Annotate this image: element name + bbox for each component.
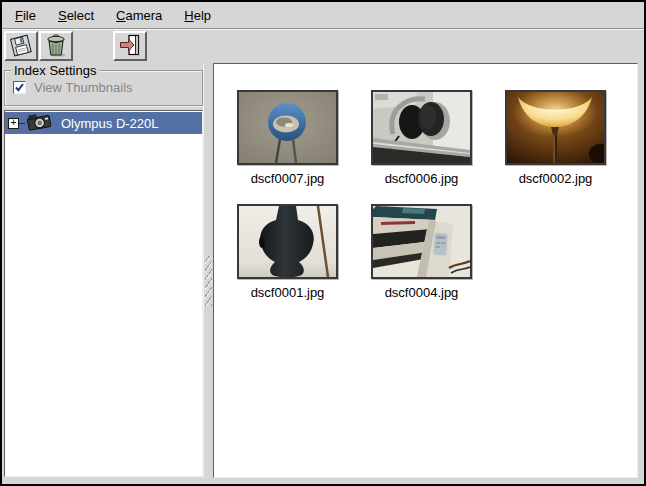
glowing-lamp-photo [505, 90, 606, 165]
thumbnail-item[interactable]: dscf0002.jpg [505, 90, 606, 186]
thumbnail-item[interactable]: dscf0007.jpg [237, 90, 338, 186]
expander-plus-icon[interactable]: + [8, 118, 19, 129]
left-pane: Index Settings View Thumbnails + [4, 63, 203, 478]
trash-icon [43, 32, 69, 61]
thumbnail-filename: dscf0007.jpg [237, 171, 338, 186]
headphones-photo [371, 90, 472, 165]
index-settings-frame: Index Settings View Thumbnails [4, 70, 203, 106]
camera-tree: + Olympus D-220L [4, 110, 203, 477]
thumbnail-filename: dscf0002.jpg [505, 171, 606, 186]
tree-item-label: Olympus D-220L [61, 116, 159, 131]
tree-connector-line [19, 123, 25, 124]
menu-select[interactable]: Select [47, 3, 105, 28]
gtkam-window: File Select Camera Help [0, 0, 646, 486]
menu-help[interactable]: Help [173, 3, 222, 28]
blue-capacitor-photo [237, 90, 338, 165]
floppy-disk-icon [8, 32, 34, 61]
view-thumbnails-checkbox[interactable]: View Thumbnails [13, 80, 202, 95]
save-button[interactable] [4, 31, 38, 61]
menu-file[interactable]: File [4, 3, 47, 28]
thumbnail-item[interactable]: dscf0004.jpg [371, 204, 472, 300]
menu-camera[interactable]: Camera [105, 3, 173, 28]
thumbnail-filename: dscf0006.jpg [371, 171, 472, 186]
thumbnail-panel: dscf0007.jpg [213, 63, 638, 478]
pane-splitter[interactable] [203, 63, 213, 478]
thumbnail-item[interactable]: dscf0001.jpg [237, 204, 338, 300]
thumbnail-filename: dscf0004.jpg [371, 285, 472, 300]
printer-desk-photo [371, 204, 472, 279]
main-area: Index Settings View Thumbnails + [2, 63, 644, 478]
splitter-grip-icon [205, 256, 212, 306]
delete-button[interactable] [39, 31, 73, 61]
menubar: File Select Camera Help [2, 2, 644, 29]
thumbnail-item[interactable]: dscf0006.jpg [371, 90, 472, 186]
index-settings-label: Index Settings [11, 63, 99, 78]
toolbar [2, 29, 644, 63]
exit-door-icon [117, 32, 143, 61]
check-icon [14, 82, 25, 93]
exit-button[interactable] [113, 31, 147, 61]
checkbox-box [13, 81, 26, 94]
view-thumbnails-label: View Thumbnails [34, 80, 133, 95]
guitar-case-photo [237, 204, 338, 279]
camera-icon [26, 112, 52, 135]
tree-item-olympus-d220l[interactable]: + Olympus D-220L [5, 112, 202, 134]
thumbnail-filename: dscf0001.jpg [237, 285, 338, 300]
